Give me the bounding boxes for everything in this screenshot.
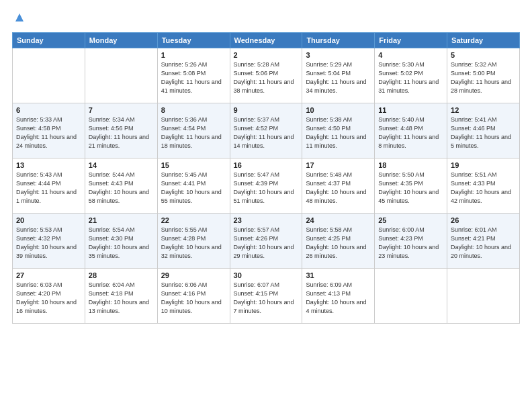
logo	[12, 12, 25, 26]
header	[12, 12, 520, 26]
day-number: 31	[306, 271, 371, 279]
calendar-cell: 16Sunrise: 5:47 AMSunset: 4:39 PMDayligh…	[230, 158, 302, 214]
day-number: 11	[378, 106, 443, 114]
day-info: Sunrise: 5:28 AMSunset: 5:06 PMDaylight:…	[234, 60, 299, 95]
calendar-cell: 22Sunrise: 5:55 AMSunset: 4:28 PMDayligh…	[157, 214, 230, 269]
calendar-cell: 21Sunrise: 5:54 AMSunset: 4:30 PMDayligh…	[85, 214, 157, 269]
calendar-table: SundayMondayTuesdayWednesdayThursdayFrid…	[12, 32, 520, 324]
day-number: 25	[378, 216, 443, 224]
day-number: 13	[16, 161, 81, 169]
calendar-cell: 1Sunrise: 5:26 AMSunset: 5:08 PMDaylight…	[157, 48, 230, 103]
logo-icon	[14, 12, 25, 23]
day-info: Sunrise: 5:45 AMSunset: 4:41 PMDaylight:…	[161, 171, 226, 205]
day-info: Sunrise: 5:37 AMSunset: 4:52 PMDaylight:…	[234, 116, 299, 150]
day-number: 12	[451, 106, 516, 114]
calendar-cell: 10Sunrise: 5:38 AMSunset: 4:50 PMDayligh…	[302, 103, 375, 158]
calendar-header-row: SundayMondayTuesdayWednesdayThursdayFrid…	[13, 33, 520, 48]
calendar-cell: 15Sunrise: 5:45 AMSunset: 4:41 PMDayligh…	[157, 158, 230, 214]
day-info: Sunrise: 5:26 AMSunset: 5:08 PMDaylight:…	[161, 60, 226, 95]
day-number: 22	[161, 216, 226, 224]
calendar-week-4: 20Sunrise: 5:53 AMSunset: 4:32 PMDayligh…	[13, 214, 520, 269]
day-info: Sunrise: 5:34 AMSunset: 4:56 PMDaylight:…	[89, 116, 154, 150]
calendar-cell: 11Sunrise: 5:40 AMSunset: 4:48 PMDayligh…	[375, 103, 447, 158]
day-number: 26	[451, 216, 516, 224]
day-info: Sunrise: 6:00 AMSunset: 4:23 PMDaylight:…	[378, 226, 443, 261]
calendar-header-monday: Monday	[85, 33, 157, 48]
calendar-week-2: 6Sunrise: 5:33 AMSunset: 4:58 PMDaylight…	[13, 103, 520, 158]
day-number: 23	[234, 216, 299, 224]
day-info: Sunrise: 5:53 AMSunset: 4:32 PMDaylight:…	[16, 226, 81, 261]
day-info: Sunrise: 5:38 AMSunset: 4:50 PMDaylight:…	[306, 116, 371, 150]
calendar-cell: 25Sunrise: 6:00 AMSunset: 4:23 PMDayligh…	[375, 214, 447, 269]
day-info: Sunrise: 5:47 AMSunset: 4:39 PMDaylight:…	[234, 171, 299, 205]
day-number: 21	[89, 216, 154, 224]
calendar-cell: 17Sunrise: 5:48 AMSunset: 4:37 PMDayligh…	[302, 158, 375, 214]
calendar-cell: 5Sunrise: 5:32 AMSunset: 5:00 PMDaylight…	[447, 48, 520, 103]
calendar-cell: 2Sunrise: 5:28 AMSunset: 5:06 PMDaylight…	[230, 48, 302, 103]
calendar-header-saturday: Saturday	[447, 33, 520, 48]
calendar-cell	[375, 269, 447, 324]
day-number: 19	[451, 161, 516, 169]
calendar-cell: 29Sunrise: 6:06 AMSunset: 4:16 PMDayligh…	[157, 269, 230, 324]
calendar-week-5: 27Sunrise: 6:03 AMSunset: 4:20 PMDayligh…	[13, 269, 520, 324]
day-number: 7	[89, 106, 154, 114]
calendar-cell: 28Sunrise: 6:04 AMSunset: 4:18 PMDayligh…	[85, 269, 157, 324]
day-info: Sunrise: 5:30 AMSunset: 5:02 PMDaylight:…	[378, 60, 443, 95]
calendar-cell: 19Sunrise: 5:51 AMSunset: 4:33 PMDayligh…	[447, 158, 520, 214]
day-info: Sunrise: 5:36 AMSunset: 4:54 PMDaylight:…	[161, 116, 226, 150]
calendar-cell: 7Sunrise: 5:34 AMSunset: 4:56 PMDaylight…	[85, 103, 157, 158]
calendar-cell: 9Sunrise: 5:37 AMSunset: 4:52 PMDaylight…	[230, 103, 302, 158]
calendar-cell: 8Sunrise: 5:36 AMSunset: 4:54 PMDaylight…	[157, 103, 230, 158]
calendar-cell: 23Sunrise: 5:57 AMSunset: 4:26 PMDayligh…	[230, 214, 302, 269]
day-number: 27	[16, 271, 81, 279]
day-info: Sunrise: 6:04 AMSunset: 4:18 PMDaylight:…	[89, 281, 154, 316]
calendar-cell: 31Sunrise: 6:09 AMSunset: 4:13 PMDayligh…	[302, 269, 375, 324]
logo-text	[12, 12, 25, 26]
calendar-header-sunday: Sunday	[13, 33, 85, 48]
day-info: Sunrise: 5:44 AMSunset: 4:43 PMDaylight:…	[89, 171, 154, 205]
calendar-cell: 30Sunrise: 6:07 AMSunset: 4:15 PMDayligh…	[230, 269, 302, 324]
calendar-cell: 13Sunrise: 5:43 AMSunset: 4:44 PMDayligh…	[13, 158, 85, 214]
calendar-header-thursday: Thursday	[302, 33, 375, 48]
day-info: Sunrise: 5:40 AMSunset: 4:48 PMDaylight:…	[378, 116, 443, 150]
page: SundayMondayTuesdayWednesdayThursdayFrid…	[0, 0, 532, 411]
day-number: 16	[234, 161, 299, 169]
day-info: Sunrise: 6:07 AMSunset: 4:15 PMDaylight:…	[234, 281, 299, 316]
day-number: 10	[306, 106, 371, 114]
day-number: 1	[161, 51, 226, 59]
day-number: 24	[306, 216, 371, 224]
calendar-week-3: 13Sunrise: 5:43 AMSunset: 4:44 PMDayligh…	[13, 158, 520, 214]
calendar-cell: 4Sunrise: 5:30 AMSunset: 5:02 PMDaylight…	[375, 48, 447, 103]
calendar-cell: 18Sunrise: 5:50 AMSunset: 4:35 PMDayligh…	[375, 158, 447, 214]
day-number: 4	[378, 51, 443, 59]
day-info: Sunrise: 5:58 AMSunset: 4:25 PMDaylight:…	[306, 226, 371, 261]
day-number: 8	[161, 106, 226, 114]
calendar-header-wednesday: Wednesday	[230, 33, 302, 48]
day-number: 28	[89, 271, 154, 279]
calendar-cell: 24Sunrise: 5:58 AMSunset: 4:25 PMDayligh…	[302, 214, 375, 269]
calendar-cell: 12Sunrise: 5:41 AMSunset: 4:46 PMDayligh…	[447, 103, 520, 158]
day-info: Sunrise: 5:41 AMSunset: 4:46 PMDaylight:…	[451, 116, 516, 150]
day-info: Sunrise: 6:09 AMSunset: 4:13 PMDaylight:…	[306, 281, 371, 316]
calendar-cell	[447, 269, 520, 324]
calendar-cell	[13, 48, 85, 103]
day-number: 2	[234, 51, 299, 59]
calendar-cell: 26Sunrise: 6:01 AMSunset: 4:21 PMDayligh…	[447, 214, 520, 269]
day-number: 5	[451, 51, 516, 59]
day-info: Sunrise: 5:57 AMSunset: 4:26 PMDaylight:…	[234, 226, 299, 261]
calendar-cell: 6Sunrise: 5:33 AMSunset: 4:58 PMDaylight…	[13, 103, 85, 158]
calendar-week-1: 1Sunrise: 5:26 AMSunset: 5:08 PMDaylight…	[13, 48, 520, 103]
day-info: Sunrise: 5:51 AMSunset: 4:33 PMDaylight:…	[451, 171, 516, 205]
day-number: 18	[378, 161, 443, 169]
calendar-header-tuesday: Tuesday	[157, 33, 230, 48]
day-info: Sunrise: 6:01 AMSunset: 4:21 PMDaylight:…	[451, 226, 516, 261]
calendar-cell: 20Sunrise: 5:53 AMSunset: 4:32 PMDayligh…	[13, 214, 85, 269]
calendar-cell: 14Sunrise: 5:44 AMSunset: 4:43 PMDayligh…	[85, 158, 157, 214]
day-number: 6	[16, 106, 81, 114]
day-number: 9	[234, 106, 299, 114]
day-number: 15	[161, 161, 226, 169]
day-info: Sunrise: 5:43 AMSunset: 4:44 PMDaylight:…	[16, 171, 81, 205]
day-number: 3	[306, 51, 371, 59]
day-info: Sunrise: 5:33 AMSunset: 4:58 PMDaylight:…	[16, 116, 81, 150]
day-number: 30	[234, 271, 299, 279]
